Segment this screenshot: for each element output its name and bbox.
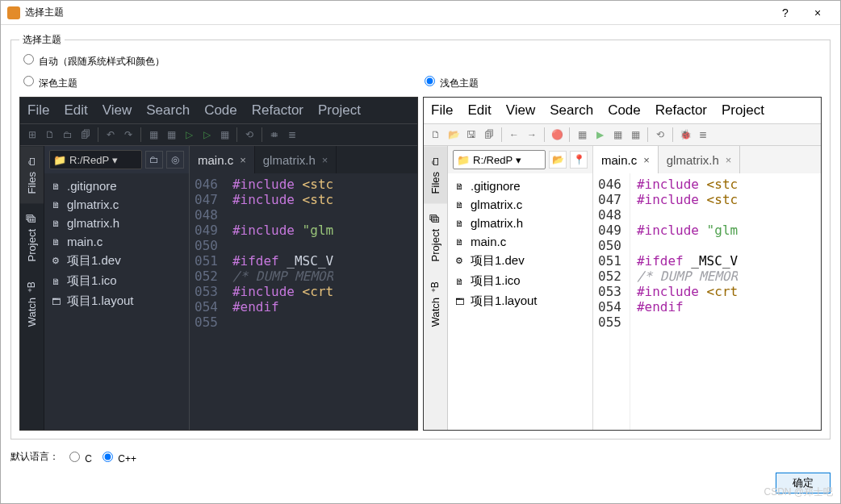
path-box-dark[interactable]: 📁 R:/RedP ▾ [49, 150, 142, 169]
open-folder-button[interactable]: 📂 [549, 151, 567, 169]
menu-edit[interactable]: Edit [56, 99, 94, 122]
sidetab-project[interactable]: Project🗐 [424, 203, 447, 271]
editor-tab-main-c[interactable]: main.c× [593, 146, 659, 173]
file-panel-light: 📁 R:/RedP ▾ 📂 📍 🗎.gitignore🗎glmatrix.c🗎g… [448, 146, 593, 430]
toolbar-button[interactable]: ⩩ [267, 127, 282, 142]
toolbar-button[interactable]: ⟲ [653, 127, 667, 142]
locate-button[interactable]: 📍 [570, 151, 588, 169]
menu-file[interactable]: File [424, 99, 460, 122]
close-icon[interactable]: × [322, 154, 328, 166]
path-text: R:/RedP [473, 154, 513, 166]
previews: FileEditViewSearchCodeRefactorProject ⊞🗋… [19, 97, 822, 431]
editor-tabs-light: main.c×glmatrix.h× [593, 146, 821, 173]
close-icon[interactable]: × [726, 154, 732, 166]
toolbar-light: 🗋📂🖫🗐←→🔴▦▶▦▦⟲🐞≣ [424, 123, 821, 146]
locate-button[interactable]: ◎ [166, 151, 184, 169]
body-light: Files🗀Project🗐Watch⁺B 📁 R:/RedP ▾ 📂 📍 [424, 146, 821, 430]
toolbar-button[interactable]: 🗀 [61, 127, 75, 142]
file-item[interactable]: 🗎.gitignore [453, 177, 588, 195]
toolbar-button[interactable]: 📂 [446, 127, 461, 142]
file-item[interactable]: ⚙项目1.dev [453, 251, 588, 271]
menu-refactor[interactable]: Refactor [245, 99, 311, 122]
toolbar-button[interactable]: 🗐 [482, 127, 496, 142]
file-item[interactable]: 🗎main.c [453, 232, 588, 251]
menu-code[interactable]: Code [197, 99, 245, 122]
menu-view[interactable]: View [499, 99, 543, 122]
menu-file[interactable]: File [20, 99, 56, 122]
toolbar-button[interactable]: ↷ [121, 127, 136, 142]
editor-tab-glmatrix-h[interactable]: glmatrix.h× [255, 146, 337, 173]
radio-light[interactable]: 浅色主题 [420, 73, 479, 90]
toolbar-button[interactable]: ▦ [146, 127, 161, 142]
toolbar-button[interactable]: ≣ [696, 127, 710, 142]
menu-refactor[interactable]: Refactor [648, 99, 714, 122]
radio-lang-c[interactable]: C [65, 449, 92, 464]
menu-search[interactable]: Search [139, 99, 197, 122]
preview-light: FileEditViewSearchCodeRefactorProject 🗋📂… [423, 97, 822, 431]
file-item[interactable]: 🗎glmatrix.h [49, 214, 184, 232]
path-box-light[interactable]: 📁 R:/RedP ▾ [453, 150, 546, 169]
radio-lang-c-input[interactable] [69, 452, 80, 462]
toolbar-button[interactable]: 🗋 [429, 127, 443, 142]
menu-project[interactable]: Project [714, 99, 772, 122]
menu-edit[interactable]: Edit [460, 99, 498, 122]
open-folder-button[interactable]: 🗀 [145, 151, 163, 169]
lines-light: #include <stc#include <stc #include "glm… [630, 173, 738, 430]
sidetab-files[interactable]: Files🗀 [20, 146, 44, 203]
toolbar-button[interactable]: ▷ [199, 127, 214, 142]
toolbar-button[interactable]: ▦ [628, 127, 642, 142]
file-item[interactable]: 🗔项目1.layout [453, 291, 588, 311]
file-item[interactable]: ⚙项目1.dev [49, 251, 184, 271]
toolbar-button[interactable]: ↶ [103, 127, 118, 142]
toolbar-button[interactable]: ▦ [217, 127, 232, 142]
toolbar-button[interactable]: ≣ [285, 127, 299, 142]
toolbar-button[interactable]: 🖫 [464, 127, 479, 142]
menu-view[interactable]: View [95, 99, 140, 122]
toolbar-button[interactable]: ▶ [592, 127, 607, 142]
file-item[interactable]: 🗎项目1.ico [49, 271, 184, 291]
toolbar-button[interactable]: 🗐 [78, 127, 93, 142]
editor-tab-main-c[interactable]: main.c× [190, 146, 255, 173]
radio-lang-cpp-input[interactable] [103, 452, 113, 462]
close-button[interactable]: × [801, 6, 834, 19]
toolbar-button[interactable]: → [525, 127, 539, 142]
file-list-dark: 🗎.gitignore🗎glmatrix.c🗎glmatrix.h🗎main.c… [44, 173, 189, 430]
toolbar-button[interactable]: ▷ [182, 127, 196, 142]
help-button[interactable]: ? [769, 6, 801, 19]
menu-code[interactable]: Code [600, 99, 648, 122]
sidetab-project[interactable]: Project🗐 [20, 203, 44, 271]
toolbar-button[interactable]: ▦ [610, 127, 625, 142]
editor-tab-glmatrix-h[interactable]: glmatrix.h× [659, 146, 741, 173]
file-item[interactable]: 🗎glmatrix.c [49, 195, 184, 214]
toolbar-button[interactable]: 🐞 [678, 127, 692, 142]
toolbar-button[interactable]: ⟲ [242, 127, 257, 142]
radio-light-input[interactable] [425, 76, 435, 86]
radio-lang-cpp[interactable]: C++ [98, 449, 136, 464]
radio-dark-input[interactable] [23, 76, 34, 86]
toolbar-button[interactable]: 🗋 [43, 127, 57, 142]
radio-dark[interactable]: 深色主题 [19, 73, 77, 90]
file-item[interactable]: 🗎main.c [49, 232, 184, 251]
file-item[interactable]: 🗎项目1.ico [453, 271, 588, 291]
toolbar-button[interactable]: ▦ [575, 127, 589, 142]
ok-button[interactable]: 确定 [776, 473, 831, 494]
file-item[interactable]: 🗔项目1.layout [49, 291, 184, 311]
sidetab-files[interactable]: Files🗀 [424, 146, 447, 203]
toolbar-button[interactable]: ▦ [164, 127, 178, 142]
toolbar-button[interactable]: 🔴 [550, 127, 564, 142]
toolbar-button[interactable]: ← [507, 127, 521, 142]
close-icon[interactable]: × [643, 154, 650, 166]
toolbar-button[interactable]: ⊞ [25, 127, 40, 142]
sidetab-watch[interactable]: Watch⁺B [20, 272, 44, 336]
file-item[interactable]: 🗎glmatrix.h [453, 214, 588, 232]
radio-auto[interactable]: 自动（跟随系统样式和颜色） [19, 56, 165, 67]
titlebar: 选择主题 ? × [1, 1, 840, 25]
menu-search[interactable]: Search [542, 99, 600, 122]
file-item[interactable]: 🗎glmatrix.c [453, 195, 588, 214]
radio-auto-input[interactable] [23, 54, 34, 65]
menu-project[interactable]: Project [311, 99, 368, 122]
close-icon[interactable]: × [240, 154, 246, 166]
project-icon: 🗐 [430, 214, 441, 223]
file-item[interactable]: 🗎.gitignore [49, 177, 184, 195]
sidetab-watch[interactable]: Watch⁺B [424, 272, 447, 336]
